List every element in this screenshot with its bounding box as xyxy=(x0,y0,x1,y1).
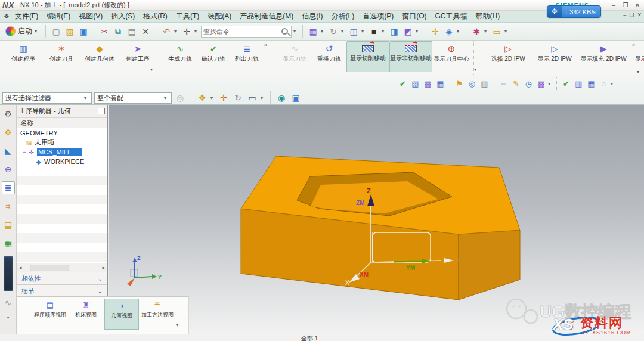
assembly-navigator-icon[interactable]: ✥ xyxy=(2,126,15,139)
snapshot-icon[interactable]: ▥ xyxy=(479,78,490,89)
machine-tool-navigator-icon[interactable]: ▤ xyxy=(2,218,15,231)
selection-filter-dropdown[interactable]: 没有选择过滤器 ▾ xyxy=(2,92,92,104)
menu-gc-toolbox[interactable]: GC工具箱 xyxy=(431,10,472,23)
show-noncutting-moves-button[interactable]: 显示非切削移动 xyxy=(389,41,432,72)
create-program-button[interactable]: ▥ 创建程序 xyxy=(4,41,42,72)
show-2d-ipw-button[interactable]: ▷ 显示 2D IPW xyxy=(531,41,578,72)
list-toolpath-button[interactable]: ≣ 列出刀轨 xyxy=(230,41,264,72)
search-dropdown-arrow[interactable]: ▾ xyxy=(293,29,298,34)
orient-view-arrow[interactable]: ▾ xyxy=(416,29,420,34)
generate-toolpath-button[interactable]: ∿ 生成刀轨 xyxy=(163,41,197,72)
part-front-right-face[interactable] xyxy=(459,230,520,300)
menu-view[interactable]: 视图(V) xyxy=(75,10,107,23)
selection-filter-icon[interactable]: ✛ xyxy=(181,26,193,38)
view-tabs-more-arrow[interactable]: ▾ xyxy=(176,323,178,328)
expander-icon[interactable]: − xyxy=(21,149,27,155)
menu-file[interactable]: 文件(F) xyxy=(11,10,42,23)
operation-navigator-icon[interactable]: ≣ xyxy=(2,181,15,194)
start-dropdown-arrow[interactable]: ▾ xyxy=(35,29,39,34)
view-cube-icon[interactable]: ◫ xyxy=(348,26,360,38)
workshop-doc-icon[interactable]: ▩ xyxy=(535,78,547,89)
measure-arrow[interactable]: ▾ xyxy=(484,29,489,34)
mdi-close-button[interactable]: ✕ xyxy=(637,12,642,18)
menu-tools[interactable]: 工具(T) xyxy=(172,10,203,23)
undo-icon[interactable]: ↶ xyxy=(160,26,172,38)
overflow-marker[interactable]: » xyxy=(264,42,267,48)
horizontal-scrollbar[interactable]: ◄ ► xyxy=(17,263,107,272)
machining-feature-navigator-icon[interactable]: ⌗ xyxy=(2,200,15,213)
generate-check-icon[interactable]: ✔ xyxy=(397,78,408,89)
resource-bar-more-arrow[interactable]: ▾ xyxy=(7,315,9,320)
geometry-view-tab[interactable]: ◑ 几何视图 xyxy=(104,299,139,330)
shaded-display-icon[interactable]: ■ xyxy=(368,26,380,38)
toolpath-edit-icon[interactable]: ✎ xyxy=(510,78,522,89)
roles-tab[interactable] xyxy=(4,256,13,291)
machine-tool-view-tab[interactable]: ♜ 机床视图 xyxy=(69,299,103,330)
selection-dropdown-arrow[interactable]: ▾ xyxy=(194,29,199,34)
orient-view-icon-b[interactable]: ◩ xyxy=(402,26,414,38)
menu-pmi[interactable]: 产品制造信息(M) xyxy=(236,10,298,23)
mdi-minimize-button[interactable]: – xyxy=(623,12,626,18)
part-navigator-icon[interactable]: ⊕ xyxy=(2,163,15,176)
rotate-object-icon[interactable]: ↻ xyxy=(232,92,244,104)
verify-toolpath-button[interactable]: ✔ 确认刀轨 xyxy=(197,41,230,72)
group-dropdown-arrow[interactable]: ▾ xyxy=(474,67,476,72)
quick-dropdown-arrow[interactable]: ▾ xyxy=(548,81,553,86)
quick-dropdown-arrow[interactable]: ▾ xyxy=(611,81,615,86)
history-icon[interactable]: ∿ xyxy=(2,296,15,309)
mdi-restore-button[interactable]: ❐ xyxy=(629,12,634,18)
details-section[interactable]: 细节 ⌄ xyxy=(17,284,107,297)
copy-icon[interactable]: ⧉ xyxy=(112,26,124,38)
save-icon[interactable]: ▣ xyxy=(78,26,89,38)
tree-row-unused[interactable]: ▨ 未用项 xyxy=(17,138,107,147)
dependencies-section[interactable]: 相依性 ⌄ xyxy=(17,272,107,284)
assembly-box-icon[interactable]: ▣ xyxy=(290,92,302,104)
command-finder[interactable] xyxy=(201,26,292,38)
panel-window-button[interactable] xyxy=(98,108,105,114)
orient-view-icon[interactable]: ◨ xyxy=(388,26,400,38)
window-layout-icon[interactable]: ▦ xyxy=(307,26,319,38)
machining-method-view-tab[interactable]: ≝ 加工方法视图 xyxy=(140,299,175,330)
scrollbar-thumb[interactable] xyxy=(30,265,69,271)
snap-enable-icon[interactable]: ✥ xyxy=(196,92,208,104)
machining-time-icon[interactable]: ◷ xyxy=(523,78,534,89)
show-filled-2d-ipw-button[interactable]: ▶ 显示填充 2D IPW xyxy=(578,41,628,72)
find-in-assembly-icon[interactable]: ◎ xyxy=(174,92,186,104)
scroll-left-arrow[interactable]: ◄ xyxy=(18,265,23,271)
snap-point-icon[interactable]: ✢ xyxy=(429,26,441,38)
program-order-view-tab[interactable]: ▤ 程序顺序视图 xyxy=(33,299,67,330)
cut-icon[interactable]: ✂ xyxy=(98,26,110,38)
wcs-arrow[interactable]: ▾ xyxy=(457,29,462,34)
rectangle-select-icon[interactable]: ▭ xyxy=(246,92,258,104)
show-tool-center-button[interactable]: ⊕ 显示刀具中心 xyxy=(432,41,470,72)
menu-info[interactable]: 信息(I) xyxy=(298,10,327,23)
menu-edit[interactable]: 编辑(E) xyxy=(42,10,75,23)
command-finder-input[interactable] xyxy=(203,28,281,35)
reuse-library-icon[interactable]: ▦ xyxy=(2,237,15,250)
undo-dropdown-arrow[interactable]: ▾ xyxy=(174,29,179,34)
wcs-icon[interactable]: ◈ xyxy=(443,26,455,38)
sim-display-icon[interactable]: ▧ xyxy=(410,78,421,89)
constraint-navigator-icon[interactable]: ◣ xyxy=(2,144,15,157)
move-object-icon[interactable]: ✛ xyxy=(218,92,230,104)
signal-flag-icon[interactable]: ⚑ xyxy=(454,78,465,89)
scroll-right-arrow[interactable]: ► xyxy=(101,265,106,271)
open-file-icon[interactable]: ▨ xyxy=(64,26,76,38)
menu-help[interactable]: 帮助(H) xyxy=(472,10,504,23)
new-file-icon[interactable]: ▢ xyxy=(50,26,62,38)
paste-icon[interactable]: ▤ xyxy=(126,26,138,38)
inactive-op-icon[interactable]: ◌ xyxy=(598,78,609,89)
tool-table-icon[interactable]: ▦ xyxy=(435,78,446,89)
menu-format[interactable]: 格式(R) xyxy=(139,10,172,23)
name-column-header[interactable]: 名称 xyxy=(17,118,107,128)
graphics-viewport[interactable]: Z ZM YM Y XM X Z Y xyxy=(109,105,644,334)
create-tool-button[interactable]: ✶ 创建刀具 xyxy=(42,41,80,72)
tree-row-geometry[interactable]: GEOMETRY xyxy=(17,128,107,138)
measure-distance-icon[interactable]: ▭ xyxy=(491,26,503,38)
start-button[interactable]: 启动 ▾ xyxy=(4,26,41,37)
snap-arrow[interactable]: ▾ xyxy=(210,95,215,101)
list-output-icon[interactable]: ≣ xyxy=(498,78,509,89)
show-toolpath-button[interactable]: ∿ 显示刀轨 xyxy=(277,41,312,72)
overflow-marker[interactable]: » xyxy=(632,42,634,48)
measure-distance-arrow[interactable]: ▾ xyxy=(504,29,509,34)
